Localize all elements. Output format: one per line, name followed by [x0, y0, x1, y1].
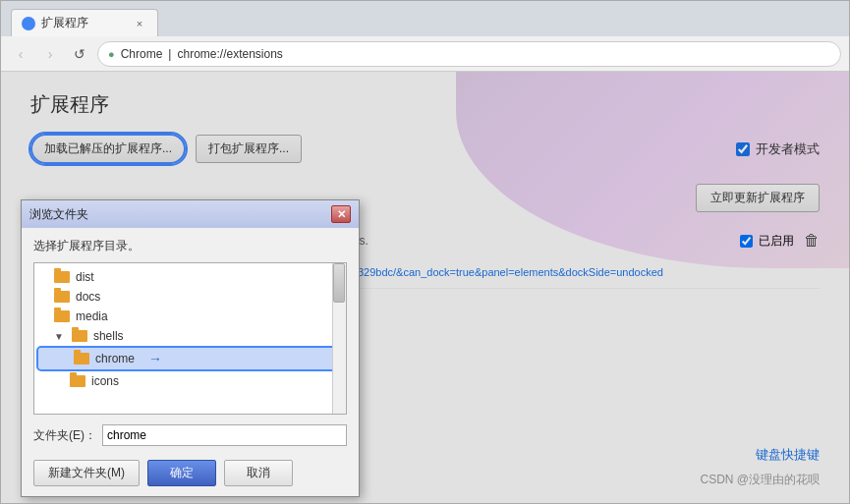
tab-close-button[interactable]: × — [132, 16, 147, 31]
list-item[interactable]: chrome → — [38, 348, 342, 369]
tab-bar: 扩展程序 × — [1, 1, 849, 36]
browse-folder-dialog: 浏览文件夹 ✕ 选择扩展程序目录。 dist — [21, 199, 360, 497]
address-bar: ‹ › ↺ ● Chrome | chrome://extensions — [1, 36, 849, 72]
file-item-label: chrome — [95, 352, 135, 365]
refresh-button[interactable]: ↺ — [68, 42, 91, 66]
url-bar[interactable]: ● Chrome | chrome://extensions — [97, 41, 841, 67]
folder-path-input[interactable] — [102, 424, 347, 446]
scrollbar-track[interactable] — [332, 263, 346, 414]
list-item[interactable]: dist — [34, 267, 346, 287]
folder-icon — [72, 330, 87, 342]
tab-favicon — [22, 17, 35, 30]
cancel-button[interactable]: 取消 — [224, 460, 293, 486]
file-item-label: icons — [91, 374, 119, 388]
folder-icon — [74, 353, 89, 364]
file-list-container[interactable]: dist docs media ▼ — [33, 262, 347, 415]
file-item-label: shells — [93, 329, 124, 343]
expand-arrow-icon: ▼ — [54, 331, 64, 342]
url-address: chrome://extensions — [177, 47, 282, 61]
file-item-label: media — [76, 309, 108, 323]
dialog-buttons: 新建文件夹(M) 确定 取消 — [33, 456, 347, 486]
ok-button[interactable]: 确定 — [147, 460, 216, 486]
dialog-title: 浏览文件夹 — [29, 206, 88, 223]
folder-icon — [54, 271, 70, 283]
browser-window: 扩展程序 × ‹ › ↺ ● Chrome | chrome://extensi… — [0, 0, 850, 504]
list-item[interactable]: docs — [34, 287, 346, 307]
tab-title: 扩展程序 — [41, 15, 126, 31]
secure-icon: ● — [108, 48, 115, 60]
list-item[interactable]: ▼ shells — [34, 326, 346, 346]
url-prefix: Chrome — [121, 47, 163, 61]
list-item[interactable]: icons — [34, 371, 346, 391]
dialog-titlebar: 浏览文件夹 ✕ — [22, 200, 359, 228]
scrollbar-thumb[interactable] — [333, 263, 345, 303]
url-separator: | — [168, 47, 171, 61]
dialog-body: 选择扩展程序目录。 dist docs — [22, 228, 359, 496]
dialog-label: 选择扩展程序目录。 — [33, 238, 347, 254]
file-list: dist docs media ▼ — [34, 263, 346, 395]
arrow-indicator: → — [148, 351, 162, 366]
dialog-overlay: 浏览文件夹 ✕ 选择扩展程序目录。 dist — [1, 72, 849, 503]
page-content: 扩展程序 加载已解压的扩展程序... 打包扩展程序... 开发者模式 立即更新扩… — [1, 72, 849, 503]
forward-button[interactable]: › — [38, 42, 62, 66]
back-button[interactable]: ‹ — [9, 42, 32, 66]
dialog-close-button[interactable]: ✕ — [331, 205, 351, 223]
extensions-tab[interactable]: 扩展程序 × — [11, 9, 158, 36]
folder-icon — [70, 375, 85, 387]
list-item[interactable]: media — [34, 307, 346, 326]
folder-icon — [54, 310, 70, 322]
folder-path-label: 文件夹(E)： — [33, 427, 96, 444]
folder-icon — [54, 291, 70, 303]
folder-path-row: 文件夹(E)： — [33, 424, 347, 446]
file-item-label: dist — [76, 270, 94, 284]
file-item-label: docs — [76, 290, 100, 304]
new-folder-button[interactable]: 新建文件夹(M) — [33, 460, 140, 486]
